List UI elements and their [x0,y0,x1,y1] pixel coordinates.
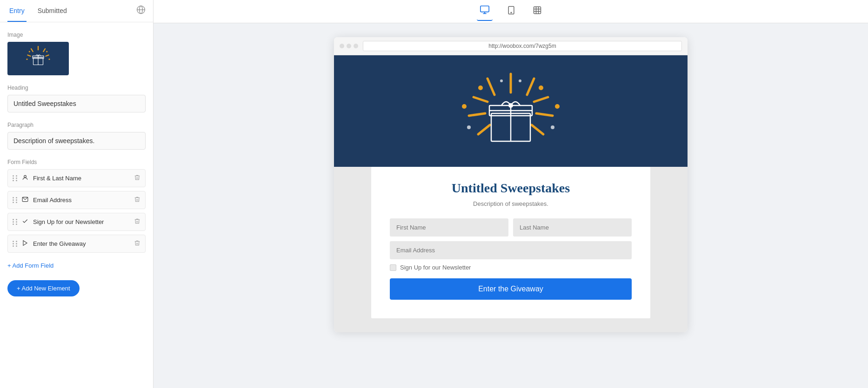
browser-chrome: http://woobox.com/7wzg5m [334,37,688,332]
add-element-button[interactable]: + Add New Element [7,280,80,296]
main-area: http://woobox.com/7wzg5m [154,0,868,388]
svg-line-37 [532,125,543,134]
svg-point-44 [467,125,471,129]
svg-point-10 [49,59,50,60]
add-form-field-link[interactable]: + Add Form Field [7,260,146,271]
first-name-input[interactable] [390,218,508,237]
browser-dot-3 [354,44,358,48]
browser-dot-2 [347,44,351,48]
email-input[interactable] [390,241,632,259]
browser-dots [340,44,358,48]
tab-entry[interactable]: Entry [7,0,27,22]
desktop-view-button[interactable] [477,2,493,21]
heading-label: Heading [7,85,146,91]
browser-bar: http://woobox.com/7wzg5m [334,37,688,55]
field-label-newsletter: Sign Up for our Newsletter [33,218,130,225]
field-item-name[interactable]: First & Last Name [7,169,146,187]
delete-name-button[interactable] [134,174,140,182]
add-element-label: + Add New Element [17,285,70,292]
newsletter-checkbox-label: Sign Up for our Newsletter [400,264,471,271]
check-icon [22,218,29,226]
svg-point-51 [508,103,513,108]
delete-giveaway-button[interactable] [134,240,140,248]
frame-view-button[interactable] [530,3,545,20]
svg-point-43 [551,125,554,129]
form-fields-section: Form Fields First & Last Name [7,159,146,253]
svg-line-34 [474,97,487,102]
hero-image [334,55,688,167]
svg-line-32 [487,79,494,95]
globe-icon[interactable] [136,5,146,17]
browser-dot-1 [340,44,344,48]
svg-line-5 [31,49,33,52]
left-panel: Entry Submitted Image [0,0,154,388]
tabs-bar: Entry Submitted [0,0,153,22]
paragraph-input[interactable] [7,132,146,150]
paragraph-section: Paragraph [7,122,146,150]
delete-newsletter-button[interactable] [134,218,140,226]
sweepstakes-card: Untitled Sweepstakes Description of swee… [371,167,650,318]
svg-point-8 [46,51,47,53]
image-preview[interactable] [7,42,69,75]
preview-description: Description of sweepstakes. [390,200,632,207]
preview-title: Untitled Sweepstakes [390,181,632,196]
field-item-giveaway[interactable]: Enter the Giveaway [7,235,146,253]
field-label-giveaway: Enter the Giveaway [33,240,130,247]
svg-line-38 [478,125,490,134]
svg-line-6 [46,55,49,56]
svg-point-17 [24,175,27,178]
svg-point-11 [27,59,28,60]
svg-point-45 [519,79,521,82]
drag-handle-newsletter[interactable] [13,219,18,225]
heading-input[interactable] [7,95,146,112]
top-toolbar [154,0,868,23]
email-icon [22,196,29,204]
image-section: Image [7,32,146,75]
name-row [390,218,632,237]
svg-line-33 [534,97,548,102]
svg-line-31 [527,79,534,95]
svg-rect-25 [534,7,541,14]
svg-point-40 [478,85,483,90]
svg-point-41 [555,104,560,109]
svg-line-36 [469,113,485,116]
last-name-input[interactable] [513,218,632,237]
drag-handle-giveaway[interactable] [13,241,18,247]
svg-point-46 [500,79,503,82]
image-label: Image [7,32,146,38]
heading-section: Heading [7,85,146,112]
panel-content: Image [0,22,153,388]
tab-submitted[interactable]: Submitted [36,0,69,22]
svg-point-16 [38,55,39,57]
svg-point-39 [539,85,543,90]
svg-marker-19 [23,241,27,246]
add-field-label: + Add Form Field [7,262,53,269]
svg-line-35 [536,113,553,116]
field-item-email[interactable]: Email Address [7,191,146,209]
drag-handle-name[interactable] [13,175,18,181]
svg-point-24 [511,12,512,13]
tablet-view-button[interactable] [504,2,519,20]
delete-email-button[interactable] [134,196,140,204]
newsletter-row: Sign Up for our Newsletter [390,264,632,271]
svg-point-42 [462,104,467,109]
newsletter-checkbox[interactable] [390,264,396,271]
form-fields-label: Form Fields [7,159,146,165]
field-item-newsletter[interactable]: Sign Up for our Newsletter [7,213,146,231]
person-icon [22,174,29,182]
svg-point-9 [29,51,30,53]
field-label-name: First & Last Name [33,175,130,182]
arrow-icon [22,240,29,248]
svg-line-7 [28,55,31,56]
paragraph-label: Paragraph [7,122,146,128]
svg-rect-20 [481,6,489,12]
preview-page-content: Untitled Sweepstakes Description of swee… [334,55,688,332]
field-label-email: Email Address [33,197,130,204]
submit-button[interactable]: Enter the Giveaway [390,278,632,300]
address-bar[interactable]: http://woobox.com/7wzg5m [363,41,682,51]
preview-area: http://woobox.com/7wzg5m [154,23,868,388]
svg-line-4 [43,49,45,52]
drag-handle-email[interactable] [13,197,18,203]
